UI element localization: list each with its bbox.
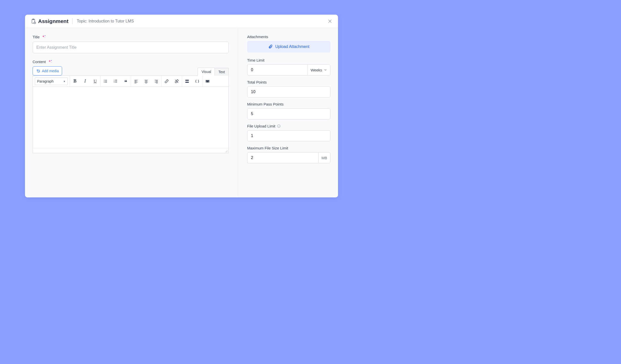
align-right-button[interactable] — [151, 76, 161, 87]
svg-rect-19 — [135, 83, 137, 83]
svg-rect-18 — [135, 82, 138, 82]
content-label-text: Content — [33, 60, 46, 64]
svg-rect-41 — [209, 81, 209, 82]
editor-tabs: Visual Text — [198, 67, 229, 75]
file-upload-limit-input[interactable] — [247, 130, 330, 141]
time-limit-input[interactable] — [247, 64, 307, 75]
svg-rect-40 — [208, 81, 209, 82]
svg-rect-35 — [208, 81, 209, 81]
svg-rect-33 — [207, 81, 207, 81]
svg-point-47 — [226, 152, 227, 152]
sparkle-icon — [48, 59, 53, 64]
svg-rect-11 — [115, 80, 117, 80]
svg-rect-20 — [145, 80, 148, 80]
upload-attachment-label: Upload Attachment — [275, 44, 309, 49]
svg-rect-26 — [155, 82, 158, 82]
total-points-input[interactable] — [247, 86, 330, 97]
total-points-label: Total Points — [247, 80, 330, 84]
file-upload-limit-text: File Upload Limit — [247, 124, 275, 128]
svg-point-45 — [227, 151, 227, 151]
max-file-size-input[interactable] — [247, 152, 318, 163]
time-limit-label: Time Limit — [247, 58, 330, 62]
svg-rect-27 — [156, 83, 158, 83]
svg-rect-36 — [209, 81, 209, 81]
svg-point-44 — [226, 151, 227, 151]
editor-box: Paragraph ▼ B I U 123 — [33, 75, 229, 153]
svg-rect-7 — [105, 81, 107, 82]
bold-button[interactable]: B — [70, 76, 80, 87]
editor-textarea[interactable] — [33, 87, 228, 148]
align-center-button[interactable] — [141, 76, 151, 87]
align-left-button[interactable] — [131, 76, 141, 87]
svg-point-4 — [104, 80, 105, 80]
svg-rect-25 — [156, 81, 158, 81]
format-dropdown[interactable]: Paragraph — [35, 77, 68, 85]
link-button[interactable] — [162, 76, 172, 87]
content-label: Content — [33, 59, 229, 64]
svg-rect-24 — [155, 80, 158, 80]
keyboard-button[interactable] — [202, 76, 213, 87]
left-pane: Title Content — [25, 28, 238, 197]
svg-rect-38 — [207, 81, 207, 82]
modal-body: Title Content — [25, 28, 338, 197]
tab-visual[interactable]: Visual — [198, 68, 215, 76]
right-pane: Attachments Upload Attachment Time Limit… — [238, 28, 338, 197]
title-label-text: Title — [33, 35, 40, 39]
title-label: Title — [33, 35, 229, 39]
chevron-down-icon — [324, 68, 327, 72]
attachments-label: Attachments — [247, 35, 330, 39]
svg-rect-9 — [105, 82, 107, 83]
info-icon — [277, 124, 281, 128]
divider — [72, 18, 73, 24]
add-media-label: Add media — [42, 69, 59, 73]
svg-rect-29 — [185, 81, 189, 82]
svg-rect-34 — [207, 81, 208, 81]
modal-title: Assignment — [38, 18, 68, 24]
svg-rect-16 — [135, 80, 138, 80]
time-limit-unit-label: Weeks — [310, 68, 322, 72]
svg-rect-15 — [115, 82, 117, 83]
min-pass-input[interactable] — [247, 108, 330, 119]
resize-grip-icon[interactable] — [225, 150, 228, 152]
unlink-button[interactable] — [172, 76, 182, 87]
svg-point-48 — [227, 152, 227, 152]
paperclip-icon — [268, 44, 273, 49]
svg-rect-21 — [145, 81, 147, 81]
add-media-button[interactable]: Add media — [33, 66, 62, 75]
min-pass-label: Minimum Pass Points — [247, 102, 330, 106]
close-icon[interactable] — [327, 19, 332, 24]
svg-rect-42 — [206, 82, 209, 82]
file-upload-limit-label: File Upload Limit — [247, 124, 330, 128]
svg-point-43 — [227, 150, 227, 151]
italic-button[interactable]: I — [80, 76, 90, 87]
tab-text[interactable]: Text — [215, 68, 229, 76]
svg-point-3 — [37, 70, 38, 71]
svg-rect-23 — [145, 83, 147, 83]
number-list-button[interactable]: 123 — [111, 76, 121, 87]
topic-text: Topic: Introduction to Tutor LMS — [77, 19, 134, 23]
time-limit-unit-dropdown[interactable]: Weeks — [307, 64, 330, 75]
svg-rect-30 — [185, 82, 189, 83]
svg-rect-5 — [105, 80, 107, 80]
underline-button[interactable]: U — [90, 76, 100, 87]
shortcode-button[interactable] — [192, 76, 202, 87]
svg-rect-28 — [185, 80, 189, 81]
upload-attachment-button[interactable]: Upload Attachment — [247, 41, 330, 53]
svg-point-8 — [104, 82, 105, 83]
title-input[interactable] — [33, 42, 229, 53]
svg-rect-17 — [135, 81, 137, 81]
clipboard-icon — [31, 18, 36, 24]
sparkle-icon — [42, 35, 46, 39]
assignment-modal: Assignment Topic: Introduction to Tutor … — [25, 15, 338, 197]
bullet-list-button[interactable] — [100, 76, 111, 87]
svg-rect-39 — [207, 81, 208, 82]
blockquote-button[interactable]: ❝ — [121, 76, 131, 87]
svg-point-46 — [225, 152, 226, 152]
read-more-button[interactable] — [182, 76, 192, 87]
max-file-size-unit-label: MB — [322, 156, 327, 160]
svg-text:3: 3 — [114, 82, 115, 83]
editor-statusbar — [33, 148, 228, 153]
svg-rect-37 — [206, 81, 207, 82]
svg-rect-22 — [145, 82, 148, 82]
media-icon — [36, 69, 40, 73]
